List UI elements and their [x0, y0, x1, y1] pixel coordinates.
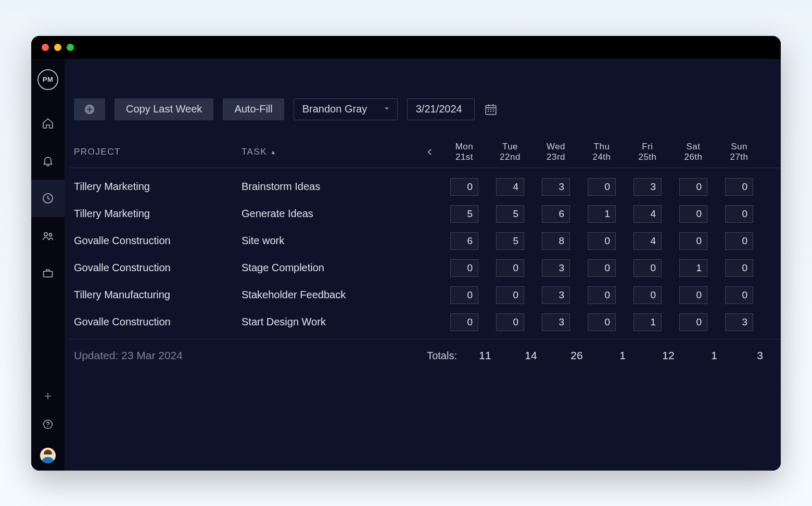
user-avatar[interactable]: [40, 448, 56, 463]
hours-input[interactable]: 0: [450, 313, 478, 331]
window-close-button[interactable]: [42, 44, 49, 51]
help-button[interactable]: [42, 419, 54, 432]
day-header: Fri25th: [625, 142, 670, 163]
grid-footer-row: Updated: 23 Mar 2024 Totals: 11 14 26 1 …: [70, 339, 781, 372]
hours-input[interactable]: 0: [588, 178, 616, 196]
timesheet-row: Tillery MarketingGenerate Ideas5561400: [70, 200, 781, 227]
hours-input[interactable]: 0: [588, 313, 616, 331]
day-header: Tue22nd: [487, 142, 533, 163]
bell-icon: [42, 155, 54, 167]
hours-input[interactable]: 0: [725, 259, 753, 277]
app-window: PM: [31, 36, 781, 471]
add-entry-button[interactable]: [74, 98, 105, 120]
hours-input[interactable]: 8: [542, 232, 570, 250]
main-panel: Copy Last Week Auto-Fill Brandon Gray 3/…: [65, 59, 781, 471]
plus-circle-icon: [84, 104, 95, 115]
hours-input[interactable]: 0: [679, 178, 707, 196]
svg-rect-3: [44, 271, 53, 277]
task-cell: Generate Ideas: [242, 208, 418, 220]
hours-input[interactable]: 0: [450, 286, 478, 304]
sidebar-item-home[interactable]: [31, 105, 65, 142]
task-cell: Brainstorm Ideas: [242, 181, 418, 193]
hours-input[interactable]: 5: [496, 205, 524, 223]
sidebar-item-notifications[interactable]: [31, 142, 65, 180]
hours-input[interactable]: 3: [542, 286, 570, 304]
hours-input[interactable]: 3: [542, 259, 570, 277]
day-header: Mon21st: [441, 142, 487, 163]
hours-input[interactable]: 0: [633, 286, 662, 304]
hours-input[interactable]: 0: [725, 205, 753, 223]
hours-input[interactable]: 0: [725, 286, 753, 304]
hours-input[interactable]: 0: [450, 178, 478, 196]
add-button[interactable]: [43, 391, 53, 403]
sidebar-item-timesheet[interactable]: [31, 180, 65, 217]
date-input[interactable]: 3/21/2024: [407, 98, 475, 120]
svg-rect-7: [486, 105, 496, 114]
sidebar-bottom: [31, 391, 65, 463]
hours-input[interactable]: 4: [633, 205, 662, 223]
hours-input[interactable]: 0: [450, 259, 478, 277]
hours-input[interactable]: 4: [496, 178, 524, 196]
hours-input[interactable]: 4: [633, 232, 662, 250]
hours-input[interactable]: 1: [588, 205, 616, 223]
user-select-value: Brandon Gray: [302, 103, 367, 115]
timesheet-row: Govalle ConstructionStart Design Work003…: [70, 309, 781, 336]
hours-input[interactable]: 1: [679, 259, 707, 277]
updated-label: Updated: 23 Mar 2024: [70, 349, 242, 362]
header-task[interactable]: TASK ▲: [242, 147, 418, 157]
brand-logo[interactable]: PM: [37, 69, 58, 90]
total-value: 14: [508, 349, 554, 362]
sidebar-item-team[interactable]: [31, 217, 65, 255]
project-cell: Govalle Construction: [70, 235, 242, 247]
chevron-down-icon: [383, 103, 391, 115]
day-header: Wed23rd: [533, 142, 579, 163]
hours-input[interactable]: 0: [633, 259, 662, 277]
hours-input[interactable]: 5: [496, 232, 524, 250]
window-titlebar: [31, 36, 781, 59]
hours-input[interactable]: 0: [725, 232, 753, 250]
hours-input[interactable]: 6: [542, 205, 570, 223]
auto-fill-button[interactable]: Auto-Fill: [223, 98, 284, 120]
hours-input[interactable]: 0: [588, 232, 616, 250]
project-cell: Govalle Construction: [70, 316, 242, 328]
hours-input[interactable]: 0: [679, 313, 707, 331]
hours-input[interactable]: 0: [496, 286, 524, 304]
hours-input[interactable]: 0: [496, 313, 524, 331]
hours-input[interactable]: 3: [725, 313, 753, 331]
hours-input[interactable]: 0: [725, 178, 753, 196]
total-value: 12: [645, 349, 691, 362]
total-value: 1: [691, 349, 737, 362]
calendar-button[interactable]: [484, 103, 498, 116]
project-cell: Tillery Marketing: [70, 208, 242, 220]
prev-week-button[interactable]: [418, 147, 441, 157]
sidebar-nav: [31, 105, 65, 292]
hours-input[interactable]: 0: [588, 259, 616, 277]
user-select[interactable]: Brandon Gray: [294, 98, 398, 120]
hours-input[interactable]: 0: [588, 286, 616, 304]
hours-input[interactable]: 3: [633, 178, 662, 196]
project-cell: Govalle Construction: [70, 262, 242, 274]
window-maximize-button[interactable]: [67, 44, 74, 51]
timesheet-row: Tillery ManufacturingStakeholder Feedbac…: [70, 282, 781, 309]
hours-input[interactable]: 0: [679, 232, 707, 250]
total-value: 1: [600, 349, 645, 362]
toolbar: Copy Last Week Auto-Fill Brandon Gray 3/…: [65, 96, 781, 122]
hours-input[interactable]: 0: [496, 259, 524, 277]
home-icon: [42, 117, 54, 130]
sidebar-item-projects[interactable]: [31, 255, 65, 292]
hours-input[interactable]: 5: [450, 205, 478, 223]
timesheet-row: Govalle ConstructionSite work6580400: [70, 227, 781, 255]
timesheet-grid: PROJECT TASK ▲ Mon21st Tue22nd Wed23rd T…: [65, 137, 781, 372]
hours-input[interactable]: 3: [542, 313, 570, 331]
totals-label: Totals:: [418, 350, 462, 362]
window-minimize-button[interactable]: [54, 44, 61, 51]
hours-input[interactable]: 0: [679, 205, 707, 223]
copy-last-week-button[interactable]: Copy Last Week: [115, 98, 213, 120]
hours-input[interactable]: 6: [450, 232, 478, 250]
hours-input[interactable]: 0: [679, 286, 707, 304]
total-value: 3: [737, 349, 781, 362]
hours-input[interactable]: 3: [542, 178, 570, 196]
grid-header-row: PROJECT TASK ▲ Mon21st Tue22nd Wed23rd T…: [70, 137, 781, 168]
header-project: PROJECT: [70, 147, 242, 157]
hours-input[interactable]: 1: [633, 313, 662, 331]
